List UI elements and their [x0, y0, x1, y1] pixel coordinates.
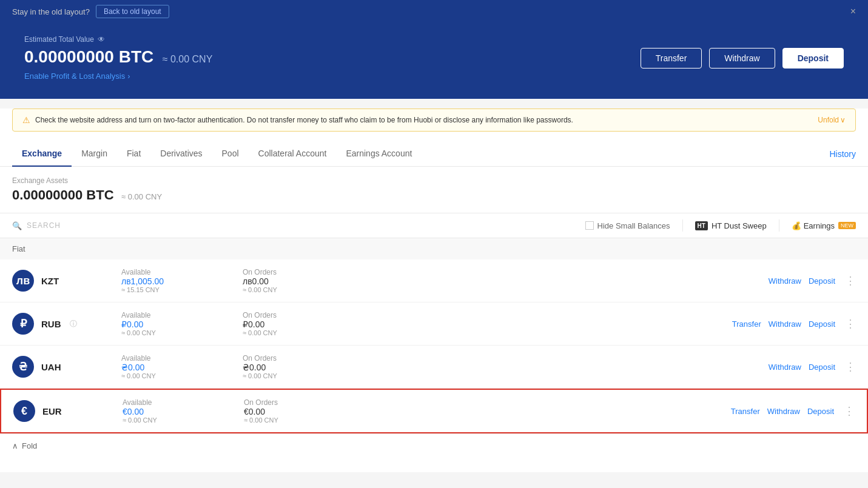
on-orders-label: On Orders [243, 311, 364, 319]
kzt-actions: Withdraw Deposit ⋮ [769, 274, 856, 287]
withdraw-button[interactable]: Withdraw [709, 48, 775, 69]
hide-small-balances[interactable]: Hide Small Balances [585, 221, 670, 230]
kzt-orders-value: лв0.00 [243, 276, 364, 286]
kzt-withdraw-link[interactable]: Withdraw [769, 276, 801, 286]
header: Estimated Total Value 👁 0.00000000 BTC ≈… [0, 23, 868, 99]
fold-bar[interactable]: ∧ Fold [0, 433, 868, 458]
tab-margin[interactable]: Margin [72, 141, 117, 167]
eur-orders-value: €0.00 [244, 407, 365, 416]
rub-available-value: ₽0.00 [121, 319, 243, 329]
main-content: ⚠ Check the website address and turn on … [0, 109, 868, 472]
eur-orders-cny: ≈ 0.00 CNY [244, 416, 365, 424]
uah-withdraw-link[interactable]: Withdraw [769, 363, 801, 372]
btc-value: 0.00000000 BTC [24, 47, 153, 66]
kzt-deposit-link[interactable]: Deposit [809, 276, 835, 286]
fold-chevron-icon: ∧ [12, 441, 18, 450]
rub-orders-cny: ≈ 0.00 CNY [243, 329, 364, 336]
kzt-orders-section: On Orders лв0.00 ≈ 0.00 CNY [243, 268, 364, 293]
eur-withdraw-link[interactable]: Withdraw [767, 407, 800, 416]
new-badge: NEW [838, 222, 856, 229]
eur-available-section: Available €0.00 ≈ 0.00 CNY [123, 398, 244, 424]
on-orders-label: On Orders [243, 268, 364, 276]
rub-transfer-link[interactable]: Transfer [732, 319, 761, 329]
tabs-bar: Exchange Margin Fiat Derivatives Pool Co… [0, 141, 868, 167]
rub-icon: ₽ [12, 313, 34, 335]
top-banner-left: Stay in the old layout? Back to old layo… [12, 5, 169, 18]
eur-orders-section: On Orders €0.00 ≈ 0.00 CNY [244, 398, 365, 424]
ht-dust-sweep[interactable]: HT HT Dust Sweep [695, 221, 767, 230]
exchange-assets-label: Exchange Assets [12, 176, 856, 185]
eye-icon[interactable]: 👁 [98, 35, 105, 44]
table-row: € EUR Available €0.00 ≈ 0.00 CNY On Orde… [0, 389, 868, 433]
eur-icon: € [13, 400, 35, 422]
coin-name-uah: UAH [41, 362, 61, 372]
tab-earnings-account[interactable]: Earnings Account [336, 141, 422, 167]
divider2 [779, 219, 779, 232]
exchange-assets-section: Exchange Assets 0.00000000 BTC ≈ 0.00 CN… [0, 167, 868, 213]
kzt-more-icon[interactable]: ⋮ [845, 274, 856, 287]
rub-actions: Transfer Withdraw Deposit ⋮ [732, 317, 856, 330]
uah-available-cny: ≈ 0.00 CNY [121, 372, 243, 379]
back-old-layout-button[interactable]: Back to old layout [96, 5, 169, 18]
tab-exchange[interactable]: Exchange [12, 141, 72, 167]
uah-actions: Withdraw Deposit ⋮ [769, 360, 856, 373]
uah-more-icon[interactable]: ⋮ [845, 360, 856, 373]
uah-available-value: ₴0.00 [121, 363, 243, 372]
on-orders-label: On Orders [243, 354, 364, 363]
hide-small-checkbox[interactable] [585, 221, 594, 230]
available-label: Available [121, 354, 243, 363]
close-banner-icon[interactable]: × [850, 6, 856, 17]
table-row: лв KZT Available лв1,005.00 ≈ 15.15 CNY … [0, 259, 868, 302]
uah-orders-cny: ≈ 0.00 CNY [243, 372, 364, 379]
exchange-cny-approx: ≈ 0.00 CNY [121, 192, 162, 201]
kzt-orders-cny: ≈ 0.00 CNY [243, 286, 364, 293]
tab-collateral-account[interactable]: Collateral Account [249, 141, 337, 167]
kzt-available-value: лв1,005.00 [121, 276, 243, 286]
table-row: ₽ RUB ⓘ Available ₽0.00 ≈ 0.00 CNY On Or… [0, 302, 868, 346]
uah-deposit-link[interactable]: Deposit [809, 363, 835, 372]
fiat-section-header: Fiat [0, 238, 868, 259]
kzt-available-cny: ≈ 15.15 CNY [121, 286, 243, 293]
eur-deposit-link[interactable]: Deposit [807, 407, 834, 416]
search-placeholder: SEARCH [27, 221, 61, 230]
unfold-link[interactable]: Unfold ∨ [818, 116, 846, 124]
earnings-button[interactable]: 💰 Earnings NEW [792, 221, 856, 230]
transfer-button[interactable]: Transfer [641, 48, 702, 69]
alert-icon: ⚠ [22, 115, 30, 125]
divider [682, 219, 683, 232]
alert-bar: ⚠ Check the website address and turn on … [12, 109, 856, 132]
available-label: Available [123, 398, 244, 407]
profit-loss-link[interactable]: Enable Profit & Lost Analysis › [24, 72, 212, 81]
rub-available-cny: ≈ 0.00 CNY [121, 329, 243, 336]
rub-deposit-link[interactable]: Deposit [809, 319, 835, 329]
cny-approx: ≈ 0.00 CNY [163, 54, 213, 64]
eur-available-cny: ≈ 0.00 CNY [123, 416, 244, 424]
earnings-label: Earnings [804, 221, 835, 230]
on-orders-label: On Orders [244, 398, 365, 407]
search-box[interactable]: 🔍 SEARCH [12, 221, 61, 230]
rub-more-icon[interactable]: ⋮ [845, 317, 856, 330]
rub-withdraw-link[interactable]: Withdraw [769, 319, 801, 329]
dust-sweep-label: HT Dust Sweep [712, 221, 767, 230]
alert-message: Check the website address and turn on tw… [35, 116, 573, 124]
deposit-button[interactable]: Deposit [782, 48, 844, 69]
uah-orders-section: On Orders ₴0.00 ≈ 0.00 CNY [243, 354, 364, 379]
eur-more-icon[interactable]: ⋮ [844, 404, 855, 418]
tab-fiat[interactable]: Fiat [117, 141, 150, 167]
kzt-available-section: Available лв1,005.00 ≈ 15.15 CNY [121, 268, 243, 293]
uah-orders-value: ₴0.00 [243, 363, 364, 372]
rub-available-section: Available ₽0.00 ≈ 0.00 CNY [121, 311, 243, 336]
asset-table: Fiat лв KZT Available лв1,005.00 ≈ 15.15… [0, 238, 868, 458]
uah-available-section: Available ₴0.00 ≈ 0.00 CNY [121, 354, 243, 379]
uah-icon: ₴ [12, 356, 34, 378]
history-link[interactable]: History [829, 149, 856, 159]
estimated-label: Estimated Total Value 👁 [24, 35, 212, 44]
rub-orders-section: On Orders ₽0.00 ≈ 0.00 CNY [243, 311, 364, 336]
table-row: ₴ UAH Available ₴0.00 ≈ 0.00 CNY On Orde… [0, 346, 868, 389]
tab-derivatives[interactable]: Derivatives [150, 141, 212, 167]
coin-name-rub: RUB [41, 319, 61, 329]
coin-info-rub: ₽ RUB ⓘ [12, 313, 121, 335]
coin-info-kzt: лв KZT [12, 270, 121, 292]
tab-pool[interactable]: Pool [212, 141, 249, 167]
eur-transfer-link[interactable]: Transfer [731, 407, 760, 416]
